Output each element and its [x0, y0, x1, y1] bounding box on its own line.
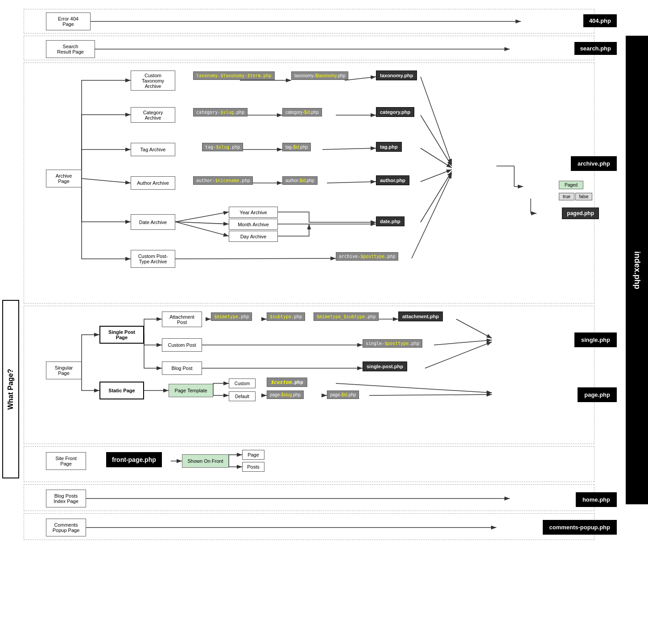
static-page-box: Static Page	[99, 382, 144, 399]
singular-box: Singular Page	[46, 361, 82, 379]
subtype-file: $subtype.php	[267, 312, 305, 321]
tag-id-file: tag-$id.php	[282, 143, 311, 151]
default-label: Default	[229, 391, 256, 401]
section-search	[24, 36, 594, 60]
custom-post-box: Custom Post	[162, 338, 202, 352]
what-page-label: What Page?	[2, 300, 19, 478]
paged-false: false	[575, 193, 592, 200]
section-error404	[24, 9, 594, 33]
category-box: Category Archive	[131, 107, 175, 123]
category-slug-file: category-$slug.php	[193, 108, 248, 116]
page-id-file: page-$id.php	[327, 391, 359, 399]
comments-popup-php: comments-popup.php	[543, 520, 617, 535]
blog-posts-box: Blog Posts Index Page	[46, 490, 86, 507]
archive-page-box: Archive Page	[46, 170, 82, 187]
blog-post-box: Blog Post	[162, 361, 202, 375]
paged-true: true	[559, 193, 574, 200]
site-front-box: Site Front Page	[46, 452, 86, 470]
single-php: single.php	[574, 332, 617, 347]
mimetype-file: $mimetype.php	[211, 312, 252, 321]
taxonomy-file: taxonomy-$taxonomy.php	[291, 71, 348, 80]
search-box: Search Result Page	[46, 40, 95, 58]
error404-file: 404.php	[583, 14, 617, 27]
taxonomy-term-file: taxonomy-$taxonomy-$term.php	[193, 71, 275, 80]
taxonomy-php: taxonomy.php	[376, 71, 417, 80]
paged-box: Paged	[559, 181, 583, 189]
page-php: page.php	[578, 387, 617, 402]
attachment-php: attachment.php	[398, 312, 443, 321]
archive-posttype-file: archive-$posttype.php	[336, 252, 398, 261]
front-page-php: front-page.php	[106, 452, 162, 467]
author-php: author.php	[376, 175, 409, 185]
page-option: Page	[242, 450, 264, 460]
category-php: category.php	[376, 107, 414, 117]
category-id-file: category-$id.php	[282, 108, 322, 116]
single-post-file: single-post.php	[363, 361, 407, 371]
tag-box: Tag Archive	[131, 143, 175, 156]
year-archive-box: Year Archive	[229, 207, 278, 218]
error404-box: Error 404 Page	[46, 12, 91, 30]
archive-file: archive.php	[571, 156, 617, 171]
date-box: Date Archive	[131, 214, 175, 230]
tag-slug-file: tag-$slug.php	[202, 143, 243, 151]
author-id-file: author-$id.php	[282, 176, 318, 185]
single-post-page-box: Single Post Page	[99, 326, 144, 344]
day-archive-box: Day Archive	[229, 231, 278, 242]
comments-popup-box: Comments Popup Page	[46, 519, 86, 536]
section-comments	[24, 513, 594, 540]
custom-taxonomy-box: Custom Taxonomy Archive	[131, 71, 175, 91]
home-php: home.php	[576, 492, 617, 507]
author-nicename-file: author-$nicename.php	[193, 176, 253, 185]
search-file: search.php	[574, 42, 617, 55]
month-archive-box: Month Archive	[229, 219, 278, 230]
posts-option: Posts	[242, 462, 264, 472]
page-template-box: Page Template	[169, 384, 213, 397]
mimetype-subtype-file: $mimetype_$subtype.php	[314, 312, 379, 321]
shown-on-front-box: Shown On Front	[182, 454, 229, 468]
index-php-label: index.php	[626, 36, 648, 504]
custom-php-file: $custom.php	[267, 378, 307, 387]
date-php: date.php	[376, 216, 404, 226]
author-box: Author Archive	[131, 176, 175, 190]
tag-php: tag.php	[376, 142, 402, 152]
paged-file: paged.php	[562, 208, 599, 219]
custom-post-type-box: Custom Post- Type Archive	[131, 250, 175, 268]
single-posttype-file: single-$posttype.php	[363, 339, 422, 348]
page-slug-file: page-$slug.php	[267, 391, 304, 399]
custom-label: Custom	[229, 378, 256, 388]
attachment-box: Attachment Post	[162, 312, 202, 327]
section-blog	[24, 484, 594, 511]
